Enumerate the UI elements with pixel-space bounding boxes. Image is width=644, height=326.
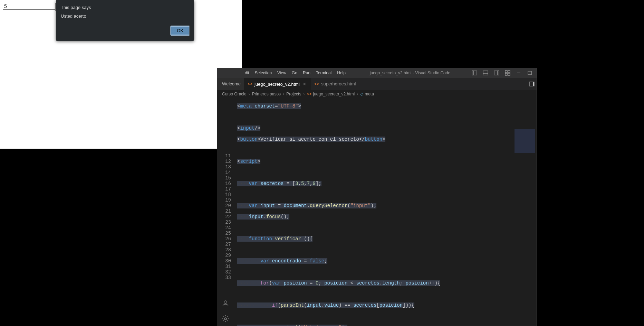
symbol-meta-icon: ◇ [360,92,363,96]
gear-icon[interactable] [221,315,230,323]
vscode-window: dit Selection View Go Run Terminal Help … [217,68,537,326]
tab-bar: Welcome <> juego_secreto_v2.html × <> su… [217,78,537,90]
toggle-secondary-sidebar-icon[interactable] [529,81,535,87]
layout-sidebar-left-icon[interactable] [472,70,477,76]
layout-sidebar-right-icon[interactable] [494,70,499,76]
menu-view[interactable]: View [275,71,289,75]
js-alert-dialog: This page says Usted acerto OK [56,0,194,41]
guess-input[interactable] [3,3,57,10]
svg-rect-0 [472,71,477,75]
chevron-right-icon: › [356,92,359,96]
editor-area[interactable]: 1112131415161718192021222324252627282930… [217,98,537,326]
tab-juego-secreto[interactable]: <> juego_secreto_v2.html × [244,78,311,90]
svg-rect-8 [505,73,507,75]
crumb-folder-2[interactable]: Primeros pasos [252,92,281,96]
activity-bar-bottom [221,299,230,323]
svg-rect-13 [533,82,534,86]
svg-rect-4 [494,71,499,75]
title-bar: dit Selection View Go Run Terminal Help … [217,68,537,78]
line-gutter: 1112131415161718192021222324252627282930… [217,98,237,326]
crumb-folder-1[interactable]: Curso Oracle [222,92,247,96]
webpage-area: This page says Usted acerto OK [0,0,242,149]
code-content[interactable]: <meta charset="UTF-8"> <input/> <button>… [237,98,537,326]
layout-panel-bottom-icon[interactable] [483,70,488,76]
html-file-icon: <> [314,82,319,86]
svg-point-14 [224,301,227,304]
svg-rect-6 [505,71,507,73]
svg-rect-9 [508,73,510,75]
svg-point-15 [224,318,227,320]
menu-run[interactable]: Run [300,71,313,75]
minimize-icon[interactable] [516,70,521,76]
alert-message: Usted acerto [61,13,189,19]
accounts-icon[interactable] [221,299,230,308]
crumb-file[interactable]: juego_secreto_v2.html [313,92,355,96]
window-title: juego_secreto_v2.html - Visual Studio Co… [348,71,472,75]
menu-selection[interactable]: Selection [252,71,275,75]
svg-rect-2 [483,71,488,75]
crumb-folder-3[interactable]: Projects [286,92,301,96]
close-tab-icon[interactable]: × [302,81,307,87]
chevron-right-icon: › [248,92,251,96]
menu-edit[interactable]: dit [242,71,252,75]
chevron-right-icon: › [302,92,305,96]
chevron-right-icon: › [282,92,285,96]
minimap[interactable] [515,129,535,153]
svg-rect-1 [472,71,473,75]
html-file-icon: <> [307,92,311,96]
maximize-icon[interactable] [527,70,532,76]
tab-active-label: juego_secreto_v2.html [254,82,300,87]
alert-title: This page says [61,5,189,10]
tab-welcome-label: Welcome [222,81,241,86]
alert-ok-button[interactable]: OK [171,26,189,35]
svg-rect-7 [508,71,510,73]
crumb-symbol[interactable]: meta [365,92,374,96]
svg-rect-11 [528,71,531,75]
menu-go[interactable]: Go [289,71,300,75]
menu-help[interactable]: Help [334,71,348,75]
tab-superheroes[interactable]: <> superheroes.html [311,78,359,90]
breadcrumb: Curso Oracle› Primeros pasos› Projects› … [217,90,537,98]
tab-other-label: superheroes.html [321,81,356,86]
svg-rect-5 [498,71,499,75]
menu-terminal[interactable]: Terminal [313,71,334,75]
tab-welcome[interactable]: Welcome [217,78,244,90]
customize-layout-icon[interactable] [505,70,510,76]
html-file-icon: <> [248,82,252,86]
menu-bar: dit Selection View Go Run Terminal Help [242,71,348,75]
